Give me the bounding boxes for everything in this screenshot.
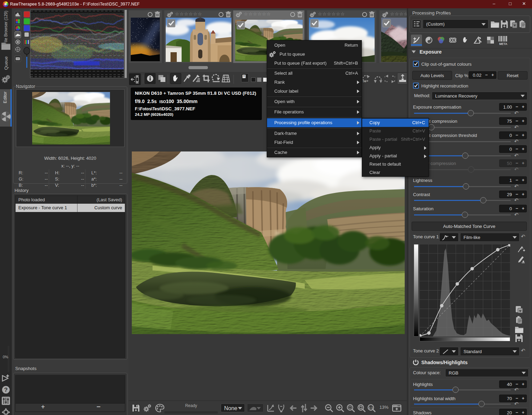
- svg-text:1:1: 1:1: [369, 406, 373, 409]
- svg-text:?: ?: [4, 387, 8, 393]
- svg-text:META: META: [499, 42, 507, 46]
- svg-text:90°: 90°: [363, 80, 368, 83]
